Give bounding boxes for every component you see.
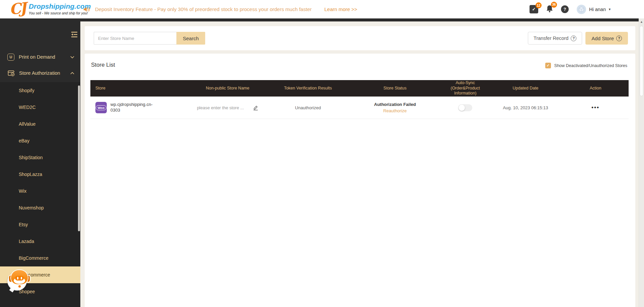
print-on-demand-icon: U [7, 54, 14, 61]
nonpublic-store-name: please enter the store ... [197, 105, 244, 110]
notifications-badge: 36 [551, 2, 557, 8]
help-question-icon: ? [616, 36, 622, 41]
header-divider-strip [0, 18, 639, 21]
transfer-record-label: Transfer Record [534, 36, 568, 41]
logo-cj-glyph: CJ [9, 0, 26, 17]
sidebar-platform-item[interactable]: eBay [0, 132, 80, 149]
messages-button[interactable]: ✓ 12 [530, 5, 538, 13]
toolbar-panel: Search Transfer Record ? Add Store ? [85, 26, 635, 50]
cube-icon [579, 6, 584, 12]
brand-name: Dropshipping.com [29, 3, 91, 10]
chevron-down-icon [70, 56, 74, 58]
search-button[interactable]: Search [176, 32, 205, 45]
show-deactivated-checkbox[interactable]: ✓ [545, 63, 551, 68]
sidebar-platform-label: AllValue [19, 121, 35, 127]
help-question-icon: ? [571, 36, 576, 41]
scrollbar-thumb[interactable] [640, 26, 643, 96]
sidebar-platform-item[interactable]: WED2C [0, 99, 80, 116]
main-content: Search Transfer Record ? Add Store ? Sto… [80, 21, 639, 307]
sidebar-platform-item[interactable]: BigCommerce [0, 250, 80, 266]
transfer-record-button[interactable]: Transfer Record ? [528, 32, 582, 45]
store-table: Store Non-public Store Name Token Verifi… [90, 80, 629, 119]
messages-badge: 12 [536, 2, 542, 8]
sidebar-scrollbar[interactable] [78, 85, 80, 231]
brand-tagline: You sell - We source and ship for you! [29, 11, 91, 15]
sidebar-platform-label: Shopify [19, 88, 34, 93]
show-deactivated-label: Show Deactivated/Unauthorized Stores [554, 63, 627, 68]
add-store-button[interactable]: Add Store ? [585, 32, 628, 45]
sidebar-platform-item[interactable]: Etsy [0, 216, 80, 233]
column-header: Updated Date [489, 86, 562, 91]
table-header-row: Store Non-public Store Name Token Verifi… [90, 80, 629, 97]
updated-date: Aug. 10, 2023 06:15:13 [503, 105, 548, 110]
user-greeting[interactable]: Hi anan [589, 7, 606, 12]
page-title: Store List [91, 62, 115, 68]
store-name: wp.cjdropshipping.cn-0303 [110, 102, 156, 113]
page-scrollbar[interactable]: ▲ [639, 18, 644, 307]
toggle-knob [459, 105, 465, 111]
woocommerce-store-icon: Woo [95, 102, 107, 113]
top-header: CJ Dropshipping.com You sell - We source… [0, 0, 644, 18]
sidebar-platform-label: Etsy [19, 222, 28, 227]
column-header: Auto-Sync (Order&Product Information) [442, 80, 489, 96]
sidebar-platform-item[interactable]: Shopify [0, 82, 80, 99]
user-menu-caret-icon[interactable]: ▼ [608, 8, 611, 11]
speaker-icon [83, 6, 90, 13]
sidebar-platform-label: eBay [19, 138, 29, 143]
column-header: Store [90, 86, 187, 91]
pencil-icon [253, 105, 258, 111]
sidebar-platform-item[interactable]: ShipStation [0, 149, 80, 166]
sidebar-platform-item[interactable]: ShopLazza [0, 166, 80, 183]
add-store-label: Add Store [591, 36, 614, 41]
sidebar-platform-label: Nuvemshop [19, 205, 44, 210]
scrollbar-up-arrow-icon[interactable]: ▲ [639, 20, 644, 23]
column-header: Store Status [348, 86, 442, 91]
store-list-panel: Store List ✓ Show Deactivated/Unauthoriz… [85, 54, 635, 307]
sidebar-item-print-on-demand[interactable]: U Print on Demand [0, 48, 80, 66]
support-chat-mascot[interactable] [7, 268, 31, 293]
sidebar-collapse-icon[interactable] [71, 32, 78, 38]
sidebar-platform-item[interactable]: Wix [0, 183, 80, 199]
store-name-search-input[interactable] [94, 32, 176, 45]
auto-sync-toggle[interactable] [458, 104, 472, 111]
mascot-eye [17, 277, 18, 280]
avatar[interactable] [577, 5, 586, 14]
notifications-button[interactable]: 36 [546, 4, 554, 14]
sidebar-platform-item[interactable]: Lazada [0, 233, 80, 250]
sidebar-platform-label: WED2C [19, 105, 36, 110]
chevron-up-icon [70, 72, 74, 74]
banner-message: Deposit Inventory Feature - Pay only 30%… [95, 6, 312, 12]
store-authorization-icon [7, 70, 15, 76]
mascot-eye [21, 277, 22, 280]
mascot-eyes [15, 276, 24, 281]
sidebar-platform-item[interactable]: Nuvemshop [0, 199, 80, 216]
sidebar-platform-label: Lazada [19, 239, 34, 244]
mascot-chin-dot [18, 285, 21, 288]
sidebar-platform-label: ShopLazza [19, 172, 42, 177]
store-status: Authorization Failed [374, 102, 416, 107]
help-button[interactable]: ? [561, 5, 569, 13]
sidebar-platform-label: BigCommerce [19, 255, 49, 261]
app-logo[interactable]: CJ Dropshipping.com You sell - We source… [9, 1, 91, 17]
sidebar-platform-item[interactable]: AllValue [0, 116, 80, 132]
sidebar-platform-label: Wix [19, 188, 26, 194]
edit-store-name-button[interactable] [253, 105, 258, 111]
reauthorize-link[interactable]: Reauthorize [383, 108, 407, 113]
sidebar: U Print on Demand Store Authorization Sh… [0, 21, 80, 307]
row-actions-menu-button[interactable]: ••• [591, 104, 599, 111]
table-row: Woo wp.cjdropshipping.cn-0303 please ent… [90, 97, 629, 119]
sidebar-platform-label: ShipStation [19, 155, 43, 160]
announcement-banner: Deposit Inventory Feature - Pay only 30%… [83, 0, 357, 18]
sidebar-item-store-authorization[interactable]: Store Authorization [0, 64, 80, 82]
column-header: Action [562, 86, 629, 91]
learn-more-link[interactable]: Learn more >> [324, 6, 357, 12]
token-verification-result: Unauthorized [295, 105, 321, 110]
column-header: Non-public Store Name [187, 86, 268, 91]
column-header: Token Verification Results [268, 86, 348, 91]
